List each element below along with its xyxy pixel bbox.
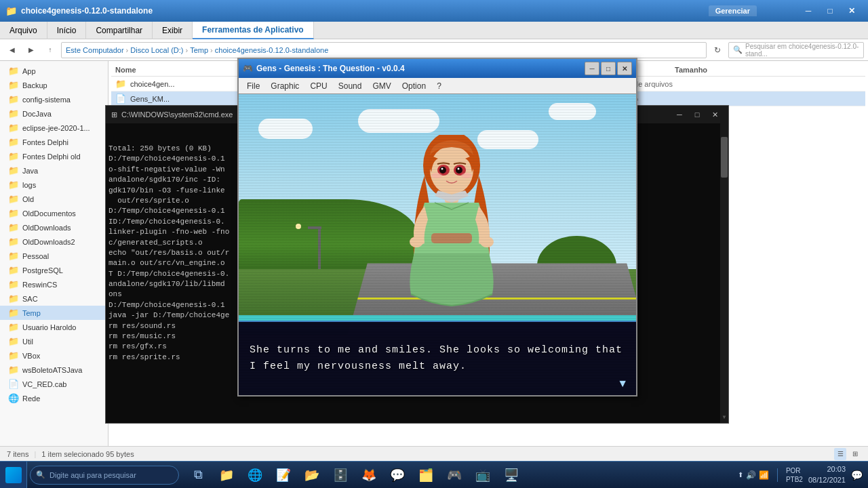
tab-arquivo[interactable]: Arquivo xyxy=(0,22,47,39)
cmd-minimize-button[interactable]: ─ xyxy=(671,106,688,123)
up-button[interactable]: ↑ xyxy=(42,42,58,58)
tab-exibir[interactable]: Exibir xyxy=(153,22,193,39)
sidebar-item-postgresql[interactable]: 📁 PostgreSQL xyxy=(0,263,108,277)
sidebar-item-java[interactable]: 📁 Java xyxy=(0,163,108,178)
cmd-close-button[interactable]: ✕ xyxy=(707,106,723,123)
refresh-button[interactable]: ↻ xyxy=(709,42,726,58)
file-icon: 📄 xyxy=(115,94,126,104)
svg-point-5 xyxy=(439,167,446,174)
tab-compartilhar[interactable]: Compartilhar xyxy=(86,22,153,39)
sidebar-item-olddl[interactable]: 📁 OldDownloads xyxy=(0,220,108,235)
explorer-maximize-button[interactable]: □ xyxy=(819,0,841,22)
sidebar-item-app[interactable]: 📁 App xyxy=(0,64,108,78)
taskbar-app-4[interactable]: 📂 xyxy=(298,462,326,488)
notification-icon[interactable]: 💬 xyxy=(851,470,863,481)
taskbar-app-chrome[interactable]: 🌐 xyxy=(241,462,269,488)
taskbar-search[interactable]: 🔍 Digite aqui para pesquisar xyxy=(30,466,179,485)
back-button[interactable]: ◀ xyxy=(4,42,20,58)
taskbar-app-9[interactable]: 🎮 xyxy=(441,462,468,488)
app-icon-6: 🦊 xyxy=(361,467,377,483)
explorer-close-button[interactable]: ✕ xyxy=(841,0,863,22)
breadcrumb-computer[interactable]: Este Computador xyxy=(66,46,124,54)
sidebar-item-pessoal[interactable]: 📁 Pessoal xyxy=(0,249,108,263)
sidebar-item-olddoc[interactable]: 📁 OldDocumentos xyxy=(0,206,108,220)
sidebar-item-config[interactable]: 📁 config-sistema xyxy=(0,92,108,106)
taskbar-app-11[interactable]: 🖥️ xyxy=(498,462,525,488)
speaker-icon[interactable]: 🔊 xyxy=(746,470,756,480)
sidebar-label-util: Util xyxy=(22,338,33,346)
sidebar-item-util[interactable]: 📁 Util xyxy=(0,334,108,348)
cmd-maximize-button[interactable]: □ xyxy=(689,106,705,123)
sidebar-label-olddl: OldDownloads xyxy=(22,224,71,232)
folder-icon: 📁 xyxy=(8,251,19,261)
sidebar-item-eclipse[interactable]: 📁 eclipse-jee-2020-1... xyxy=(0,121,108,135)
file-icon: 📄 xyxy=(8,379,19,389)
sidebar-item-fontes[interactable]: 📁 Fontes Delphi xyxy=(0,135,108,149)
sidebar-item-vcred[interactable]: 📄 VC_RED.cab xyxy=(0,377,108,391)
menu-help[interactable]: ? xyxy=(431,80,447,92)
sidebar-item-reswincs[interactable]: 📁 ReswinCS xyxy=(0,277,108,291)
menu-cpu[interactable]: CPU xyxy=(304,80,332,92)
tab-inicio[interactable]: Início xyxy=(47,22,87,39)
explorer-title: choice4genesis-0.12.0-standalone xyxy=(21,6,709,16)
menu-gmv[interactable]: GMV xyxy=(367,80,396,92)
folder-icon: 📁 xyxy=(8,66,19,76)
sidebar-label-java: Java xyxy=(22,167,38,175)
svg-point-6 xyxy=(456,167,462,174)
view-list-button[interactable]: ☰ xyxy=(834,448,846,460)
tray-up-icon[interactable]: ⬆ xyxy=(738,471,743,479)
folder-icon: 📁 xyxy=(8,222,19,232)
cmd-window-controls: ─ □ ✕ xyxy=(671,106,723,123)
gens-maximize-button[interactable]: □ xyxy=(601,62,616,75)
view-grid-button[interactable]: ⊞ xyxy=(849,448,861,460)
system-tray: ⬆ 🔊 📶 xyxy=(738,470,769,480)
sidebar-label-backup: Backup xyxy=(22,81,47,89)
game-area[interactable]: She turns to me and smiles. She looks so… xyxy=(239,94,636,395)
col-size[interactable]: Tamanho xyxy=(675,66,861,74)
folder-icon-orange: 📁 xyxy=(8,137,19,147)
menu-sound[interactable]: Sound xyxy=(333,80,368,92)
tab-ferramentas[interactable]: Ferramentas de Aplicativo xyxy=(193,22,314,39)
breadcrumb[interactable]: Este Computador › Disco Local (D:) › Tem… xyxy=(61,42,707,58)
taskbar-app-taskview[interactable]: ⧉ xyxy=(184,462,212,488)
taskbar-app-8[interactable]: 🗂️ xyxy=(412,462,439,488)
search-bar[interactable]: 🔍 Pesquisar em choice4genesis-0.12.0-sta… xyxy=(728,42,864,58)
sidebar-item-usuario[interactable]: 📁 Usuario Haroldo xyxy=(0,320,108,334)
sidebar-item-fontes-old[interactable]: 📁 Fontes Delphi old xyxy=(0,149,108,163)
sidebar-item-olddl2[interactable]: 📁 OldDownloads2 xyxy=(0,235,108,249)
taskbar-app-3[interactable]: 📝 xyxy=(270,462,297,488)
cmd-scrollbar[interactable]: ▼ xyxy=(720,123,728,423)
sidebar-item-docjava[interactable]: 📁 DocJava xyxy=(0,106,108,121)
sidebar-item-temp[interactable]: 📁 Temp xyxy=(0,306,108,320)
menu-file[interactable]: File xyxy=(241,80,265,92)
sidebar-item-sac[interactable]: 📁 SAC xyxy=(0,291,108,306)
network-icon[interactable]: 📶 xyxy=(759,470,769,480)
menu-option[interactable]: Option xyxy=(397,80,431,92)
taskbar-app-5[interactable]: 🗄️ xyxy=(327,462,354,488)
ribbon-tab-gerenciar[interactable]: Gerenciar xyxy=(709,5,757,16)
sidebar-item-backup[interactable]: 📁 Backup xyxy=(0,78,108,92)
app-icon-5: 🗄️ xyxy=(332,467,349,483)
menu-graphic[interactable]: Graphic xyxy=(265,80,304,92)
sidebar-item-vbox[interactable]: 📁 VBox xyxy=(0,348,108,363)
breadcrumb-disk[interactable]: Disco Local (D:) xyxy=(130,46,183,54)
breadcrumb-temp[interactable]: Temp xyxy=(190,46,208,54)
cmd-scrollbar-thumb[interactable] xyxy=(721,137,728,178)
taskbar-app-explorer[interactable]: 📁 xyxy=(213,462,240,488)
app-icon-4: 📂 xyxy=(304,467,320,483)
sidebar-item-rede[interactable]: 🌐 Rede xyxy=(0,391,108,405)
sidebar-item-logs[interactable]: 📁 logs xyxy=(0,178,108,192)
gens-minimize-button[interactable]: ─ xyxy=(585,62,599,75)
folder-icon: 📁 xyxy=(8,365,19,375)
forward-button[interactable]: ▶ xyxy=(23,42,39,58)
taskbar-app-6[interactable]: 🦊 xyxy=(355,462,382,488)
sidebar-item-wsboleto[interactable]: 📁 wsBoletoATSJava xyxy=(0,363,108,377)
gens-close-button[interactable]: ✕ xyxy=(617,62,632,75)
taskbar-search-placeholder: Digite aqui para pesquisar xyxy=(50,471,136,479)
taskbar-app-7[interactable]: 💬 xyxy=(384,462,411,488)
start-button[interactable] xyxy=(0,462,27,489)
explorer-minimize-button[interactable]: ─ xyxy=(797,0,819,22)
sidebar-item-old[interactable]: 📁 Old xyxy=(0,192,108,206)
breadcrumb-folder[interactable]: choice4genesis-0.12.0-standalone xyxy=(215,46,329,54)
taskbar-app-10[interactable]: 📺 xyxy=(469,462,496,488)
